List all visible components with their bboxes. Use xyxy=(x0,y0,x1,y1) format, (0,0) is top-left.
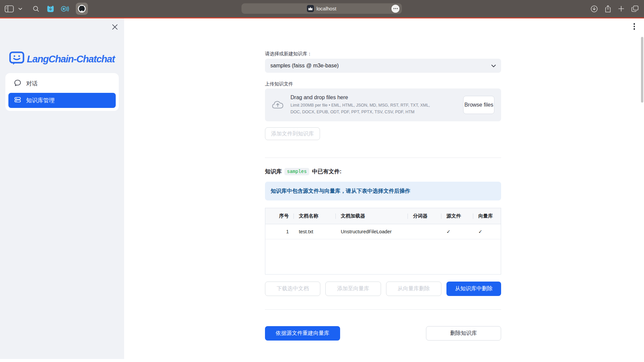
header-cell[interactable]: 文档加载器 xyxy=(336,208,408,224)
kb-name-code: samples xyxy=(284,168,310,175)
extension-rings-icon[interactable] xyxy=(61,5,69,12)
cell-source-check: ✓ xyxy=(441,224,473,239)
url-text: localhost xyxy=(316,6,336,11)
info-banner: 知识库中包含源文件与向量库，请从下表中选择文件后操作 xyxy=(265,182,501,200)
scrollbar-thumb[interactable] xyxy=(641,37,643,103)
rebuild-vectorstore-button[interactable]: 依据源文件重建向量库 xyxy=(265,326,340,341)
sidebar-nav: 对话 知识库管理 xyxy=(5,73,119,111)
delete-kb-button[interactable]: 删除知识库 xyxy=(426,326,501,341)
sidebar-item-kb-management[interactable]: 知识库管理 xyxy=(8,93,116,108)
kb-heading-suffix: 中已有文件: xyxy=(312,168,341,175)
site-favicon xyxy=(307,5,314,12)
delete-from-vectorstore-button[interactable]: 从向量库删除 xyxy=(386,282,441,296)
browse-files-button[interactable]: Browse files xyxy=(463,96,494,114)
downloads-icon[interactable] xyxy=(591,5,598,12)
table-header-row: 序号 文档名称 文档加载器 分词器 源文件 向量库 xyxy=(265,208,501,224)
address-bar[interactable]: localhost xyxy=(241,3,402,14)
tab-overview-icon[interactable] xyxy=(631,5,639,12)
download-selected-button[interactable]: 下载选中文档 xyxy=(265,282,320,296)
kb-selectbox[interactable]: samples (faiss @ m3e-base) xyxy=(265,59,501,73)
browser-toolbar: localhost xyxy=(0,0,644,17)
dropzone-limits: Limit 200MB per file • EML, HTML, JSON, … xyxy=(290,102,437,115)
sidebar-bottom-strip xyxy=(0,359,124,362)
database-stack-icon xyxy=(14,96,21,105)
cell-vector-check: ✓ xyxy=(473,224,501,239)
header-cell[interactable]: 文档名称 xyxy=(294,208,336,224)
extension-cat-download-icon[interactable] xyxy=(47,5,54,12)
cloud-upload-icon xyxy=(272,100,284,110)
kb-files-heading: 知识库 samples 中已有文件: xyxy=(265,168,501,175)
chevron-down-icon xyxy=(491,63,496,69)
app-logo: LangChain-Chatchat xyxy=(9,51,115,67)
header-cell[interactable]: 分词器 xyxy=(408,208,441,224)
table-row[interactable]: 1 test.txt UnstructuredFileLoader ✓ ✓ xyxy=(265,224,501,239)
address-options-icon[interactable] xyxy=(391,5,399,13)
sidebar-item-label: 知识库管理 xyxy=(26,97,55,104)
new-tab-icon[interactable] xyxy=(618,6,624,12)
app-logo-text: LangChain-Chatchat xyxy=(27,54,115,65)
github-extension-icon[interactable] xyxy=(76,3,88,15)
spacer xyxy=(340,326,426,341)
cell-file-name: test.txt xyxy=(294,224,336,239)
file-dropzone[interactable]: Drag and drop files here Limit 200MB per… xyxy=(265,88,501,121)
dropzone-texts: Drag and drop files here Limit 200MB per… xyxy=(290,95,437,115)
divider xyxy=(265,158,501,158)
search-icon[interactable] xyxy=(33,6,39,12)
cell-no: 1 xyxy=(265,224,294,239)
sidebar: LangChain-Chatchat 对话 知识库管理 xyxy=(0,18,124,362)
delete-from-kb-button[interactable]: 从知识库中删除 xyxy=(446,282,501,296)
add-to-vectorstore-button[interactable]: 添加至向量库 xyxy=(325,282,381,296)
header-cell[interactable]: 向量库 xyxy=(473,208,501,224)
cell-loader: UnstructuredFileLoader xyxy=(336,224,408,239)
kb-select-label: 请选择或新建知识库： xyxy=(265,50,501,57)
sidebar-chevron-icon[interactable] xyxy=(18,8,22,10)
kb-bottom-buttons: 依据源文件重建向量库 删除知识库 xyxy=(265,326,501,341)
share-icon[interactable] xyxy=(605,5,611,13)
page-content: 请选择或新建知识库： samples (faiss @ m3e-base) 上传… xyxy=(265,18,501,341)
kb-heading-prefix: 知识库 xyxy=(265,168,282,175)
cell-splitter xyxy=(408,224,441,239)
kb-selected-value: samples (faiss @ m3e-base) xyxy=(270,63,491,69)
chat-bubble-logo-icon xyxy=(9,51,24,67)
sidebar-item-label: 对话 xyxy=(26,80,38,87)
file-action-buttons: 下载选中文档 添加至向量库 从向量库删除 从知识库中删除 xyxy=(265,282,501,296)
divider xyxy=(265,309,501,310)
sidebar-close-icon[interactable] xyxy=(111,23,118,31)
dropzone-title: Drag and drop files here xyxy=(290,95,437,101)
chat-icon xyxy=(14,79,21,88)
add-files-to-kb-button[interactable]: 添加文件到知识库 xyxy=(265,127,320,140)
header-cell[interactable]: 序号 xyxy=(265,208,294,224)
main-area: 请选择或新建知识库： samples (faiss @ m3e-base) 上传… xyxy=(124,18,644,362)
kb-files-table: 序号 文档名称 文档加载器 分词器 源文件 向量库 1 test.txt Uns… xyxy=(265,208,501,275)
header-cell[interactable]: 源文件 xyxy=(441,208,473,224)
sidebar-item-dialogue[interactable]: 对话 xyxy=(8,76,116,91)
sidebar-toggle-icon[interactable] xyxy=(5,5,14,12)
streamlit-menu-icon[interactable] xyxy=(631,21,638,32)
upload-label: 上传知识文件 xyxy=(265,80,501,87)
